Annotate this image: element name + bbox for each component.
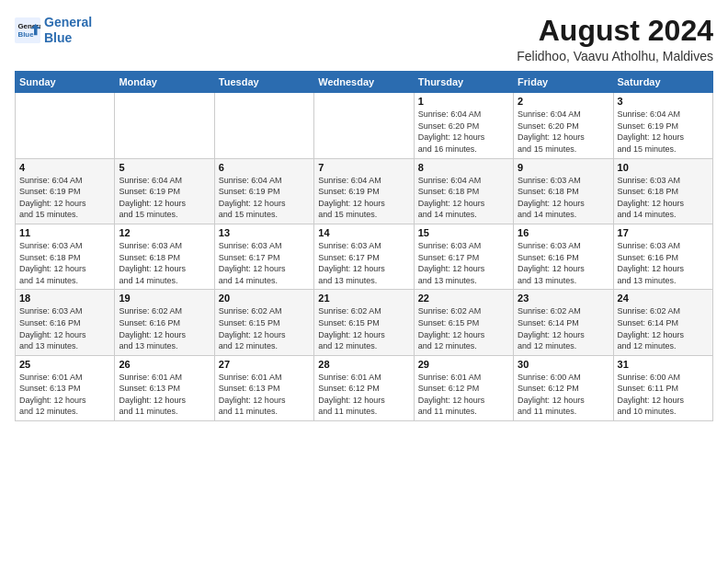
calendar-day-cell: 12Sunrise: 6:03 AM Sunset: 6:18 PM Dayli… xyxy=(115,224,214,289)
day-number: 5 xyxy=(119,162,210,173)
day-number: 25 xyxy=(19,359,110,370)
calendar-day-cell: 9Sunrise: 6:03 AM Sunset: 6:18 PM Daylig… xyxy=(514,158,613,224)
day-detail: Sunrise: 6:03 AM Sunset: 6:17 PM Dayligh… xyxy=(318,240,409,286)
calendar-day-cell xyxy=(16,93,115,158)
day-detail: Sunrise: 6:03 AM Sunset: 6:18 PM Dayligh… xyxy=(518,175,609,221)
calendar-day-cell: 20Sunrise: 6:02 AM Sunset: 6:15 PM Dayli… xyxy=(214,290,313,355)
title-section: August 2024 Felidhoo, Vaavu Atholhu, Mal… xyxy=(517,15,713,63)
day-number: 3 xyxy=(618,96,709,107)
day-detail: Sunrise: 6:03 AM Sunset: 6:18 PM Dayligh… xyxy=(19,240,110,286)
day-number: 12 xyxy=(119,227,210,238)
calendar-day-cell: 2Sunrise: 6:04 AM Sunset: 6:20 PM Daylig… xyxy=(514,93,613,158)
day-number: 17 xyxy=(618,227,709,238)
day-detail: Sunrise: 6:04 AM Sunset: 6:19 PM Dayligh… xyxy=(119,175,210,221)
day-number: 30 xyxy=(518,359,609,370)
day-number: 6 xyxy=(219,162,310,173)
calendar-week-row: 25Sunrise: 6:01 AM Sunset: 6:13 PM Dayli… xyxy=(16,355,713,420)
weekday-header: Tuesday xyxy=(214,72,313,93)
calendar-day-cell: 3Sunrise: 6:04 AM Sunset: 6:19 PM Daylig… xyxy=(613,93,712,158)
day-number: 4 xyxy=(19,162,110,173)
day-detail: Sunrise: 6:03 AM Sunset: 6:17 PM Dayligh… xyxy=(219,240,310,286)
weekday-header: Saturday xyxy=(613,72,712,93)
calendar-week-row: 18Sunrise: 6:03 AM Sunset: 6:16 PM Dayli… xyxy=(16,290,713,355)
calendar-day-cell: 13Sunrise: 6:03 AM Sunset: 6:17 PM Dayli… xyxy=(214,224,313,289)
calendar-day-cell: 11Sunrise: 6:03 AM Sunset: 6:18 PM Dayli… xyxy=(16,224,115,289)
calendar-day-cell: 22Sunrise: 6:02 AM Sunset: 6:15 PM Dayli… xyxy=(414,290,513,355)
logo-line1: General xyxy=(44,15,92,29)
calendar-table: SundayMondayTuesdayWednesdayThursdayFrid… xyxy=(15,71,713,421)
calendar-day-cell: 17Sunrise: 6:03 AM Sunset: 6:16 PM Dayli… xyxy=(613,224,712,289)
day-number: 18 xyxy=(19,293,110,304)
day-number: 8 xyxy=(418,162,509,173)
calendar-day-cell: 6Sunrise: 6:04 AM Sunset: 6:19 PM Daylig… xyxy=(214,158,313,224)
day-number: 11 xyxy=(19,227,110,238)
day-detail: Sunrise: 6:01 AM Sunset: 6:12 PM Dayligh… xyxy=(318,372,409,418)
day-number: 22 xyxy=(418,293,509,304)
day-number: 31 xyxy=(618,359,709,370)
day-number: 1 xyxy=(418,96,509,107)
day-detail: Sunrise: 6:03 AM Sunset: 6:17 PM Dayligh… xyxy=(418,240,509,286)
day-number: 28 xyxy=(318,359,409,370)
day-number: 13 xyxy=(219,227,310,238)
calendar-day-cell: 30Sunrise: 6:00 AM Sunset: 6:12 PM Dayli… xyxy=(514,355,613,420)
weekday-header: Wednesday xyxy=(314,72,414,93)
day-number: 29 xyxy=(418,359,509,370)
calendar-day-cell: 10Sunrise: 6:03 AM Sunset: 6:18 PM Dayli… xyxy=(613,158,712,224)
logo-icon: General Blue xyxy=(15,17,40,43)
day-detail: Sunrise: 6:01 AM Sunset: 6:12 PM Dayligh… xyxy=(418,372,509,418)
logo-line2: Blue xyxy=(44,30,72,45)
day-detail: Sunrise: 6:03 AM Sunset: 6:16 PM Dayligh… xyxy=(518,240,609,286)
page-header: General Blue General Blue August 2024 Fe… xyxy=(15,15,713,63)
day-number: 27 xyxy=(219,359,310,370)
day-detail: Sunrise: 6:03 AM Sunset: 6:18 PM Dayligh… xyxy=(618,175,709,221)
calendar-day-cell: 31Sunrise: 6:00 AM Sunset: 6:11 PM Dayli… xyxy=(613,355,712,420)
calendar-week-row: 11Sunrise: 6:03 AM Sunset: 6:18 PM Dayli… xyxy=(16,224,713,289)
day-number: 21 xyxy=(318,293,409,304)
calendar-day-cell: 1Sunrise: 6:04 AM Sunset: 6:20 PM Daylig… xyxy=(414,93,513,158)
day-detail: Sunrise: 6:02 AM Sunset: 6:16 PM Dayligh… xyxy=(119,305,210,351)
day-detail: Sunrise: 6:02 AM Sunset: 6:14 PM Dayligh… xyxy=(618,305,709,351)
calendar-day-cell: 8Sunrise: 6:04 AM Sunset: 6:18 PM Daylig… xyxy=(414,158,513,224)
day-detail: Sunrise: 6:04 AM Sunset: 6:19 PM Dayligh… xyxy=(219,175,310,221)
day-detail: Sunrise: 6:01 AM Sunset: 6:13 PM Dayligh… xyxy=(119,372,210,418)
day-detail: Sunrise: 6:02 AM Sunset: 6:15 PM Dayligh… xyxy=(318,305,409,351)
calendar-day-cell: 14Sunrise: 6:03 AM Sunset: 6:17 PM Dayli… xyxy=(314,224,414,289)
day-detail: Sunrise: 6:02 AM Sunset: 6:15 PM Dayligh… xyxy=(418,305,509,351)
calendar-day-cell: 5Sunrise: 6:04 AM Sunset: 6:19 PM Daylig… xyxy=(115,158,214,224)
day-detail: Sunrise: 6:04 AM Sunset: 6:20 PM Dayligh… xyxy=(418,109,509,155)
calendar-day-cell xyxy=(115,93,214,158)
calendar-week-row: 4Sunrise: 6:04 AM Sunset: 6:19 PM Daylig… xyxy=(16,158,713,224)
day-number: 9 xyxy=(518,162,609,173)
day-detail: Sunrise: 6:03 AM Sunset: 6:16 PM Dayligh… xyxy=(618,240,709,286)
day-detail: Sunrise: 6:01 AM Sunset: 6:13 PM Dayligh… xyxy=(219,372,310,418)
weekday-header: Monday xyxy=(115,72,214,93)
day-number: 15 xyxy=(418,227,509,238)
day-detail: Sunrise: 6:00 AM Sunset: 6:11 PM Dayligh… xyxy=(618,372,709,418)
day-detail: Sunrise: 6:03 AM Sunset: 6:18 PM Dayligh… xyxy=(119,240,210,286)
calendar-day-cell: 28Sunrise: 6:01 AM Sunset: 6:12 PM Dayli… xyxy=(314,355,414,420)
calendar-day-cell: 23Sunrise: 6:02 AM Sunset: 6:14 PM Dayli… xyxy=(514,290,613,355)
calendar-day-cell: 25Sunrise: 6:01 AM Sunset: 6:13 PM Dayli… xyxy=(16,355,115,420)
calendar-day-cell: 19Sunrise: 6:02 AM Sunset: 6:16 PM Dayli… xyxy=(115,290,214,355)
calendar-day-cell: 7Sunrise: 6:04 AM Sunset: 6:19 PM Daylig… xyxy=(314,158,414,224)
day-number: 24 xyxy=(618,293,709,304)
day-detail: Sunrise: 6:02 AM Sunset: 6:15 PM Dayligh… xyxy=(219,305,310,351)
calendar-day-cell: 27Sunrise: 6:01 AM Sunset: 6:13 PM Dayli… xyxy=(214,355,313,420)
day-detail: Sunrise: 6:04 AM Sunset: 6:19 PM Dayligh… xyxy=(618,109,709,155)
weekday-header: Friday xyxy=(514,72,613,93)
calendar-day-cell: 18Sunrise: 6:03 AM Sunset: 6:16 PM Dayli… xyxy=(16,290,115,355)
calendar-day-cell: 26Sunrise: 6:01 AM Sunset: 6:13 PM Dayli… xyxy=(115,355,214,420)
calendar-day-cell xyxy=(214,93,313,158)
svg-text:Blue: Blue xyxy=(18,30,35,39)
page-title: August 2024 xyxy=(517,15,713,47)
calendar-day-cell: 21Sunrise: 6:02 AM Sunset: 6:15 PM Dayli… xyxy=(314,290,414,355)
day-detail: Sunrise: 6:04 AM Sunset: 6:19 PM Dayligh… xyxy=(318,175,409,221)
day-number: 2 xyxy=(518,96,609,107)
day-detail: Sunrise: 6:02 AM Sunset: 6:14 PM Dayligh… xyxy=(518,305,609,351)
day-number: 26 xyxy=(119,359,210,370)
calendar-week-row: 1Sunrise: 6:04 AM Sunset: 6:20 PM Daylig… xyxy=(16,93,713,158)
day-number: 10 xyxy=(618,162,709,173)
calendar-day-cell xyxy=(314,93,414,158)
day-detail: Sunrise: 6:03 AM Sunset: 6:16 PM Dayligh… xyxy=(19,305,110,351)
day-number: 23 xyxy=(518,293,609,304)
